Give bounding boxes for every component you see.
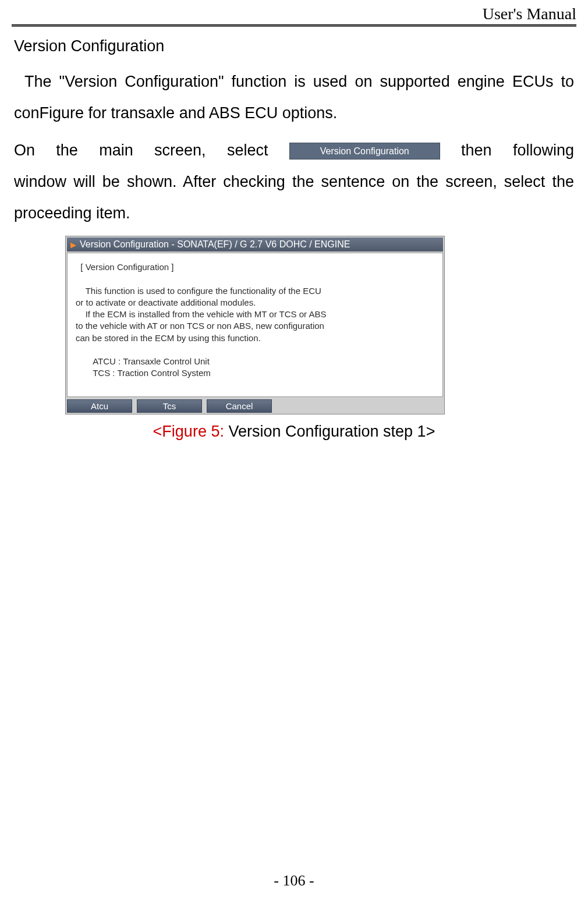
page-number: - 106 - — [0, 872, 588, 890]
section-title: Version Configuration — [14, 37, 574, 55]
tcs-button[interactable]: Tcs — [137, 399, 202, 413]
version-configuration-button[interactable]: Version Configuration — [289, 143, 440, 160]
dialog-button-row: Atcu Tcs Cancel — [67, 399, 443, 413]
header-title: User's Manual — [483, 5, 576, 23]
figure-screenshot: ▶ Version Configuration - SONATA(EF) / G… — [65, 236, 445, 414]
figure-caption-rest: Version Configuration step 1> — [224, 423, 435, 440]
instruction-text-after: then following — [461, 141, 574, 159]
triangle-icon: ▶ — [70, 240, 76, 249]
atcu-button[interactable]: Atcu — [67, 399, 132, 413]
instruction-text-line2: window will be shown. After checking the… — [14, 173, 574, 222]
instruction-paragraph: On the main screen, select Version Confi… — [14, 134, 574, 229]
figure-caption: <Figure 5: Version Configuration step 1> — [14, 423, 574, 441]
header-divider — [12, 24, 576, 27]
dialog-body-text: [ Version Configuration ] This function … — [67, 253, 443, 397]
dialog-window: ▶ Version Configuration - SONATA(EF) / G… — [65, 236, 445, 414]
dialog-titlebar: ▶ Version Configuration - SONATA(EF) / G… — [67, 238, 443, 251]
intro-paragraph: The "Version Configuration" function is … — [14, 66, 574, 129]
page-content: Version Configuration The "Version Confi… — [14, 37, 574, 441]
cancel-button[interactable]: Cancel — [207, 399, 272, 413]
dialog-title: Version Configuration - SONATA(EF) / G 2… — [80, 239, 350, 250]
instruction-text-before: On the main screen, select — [14, 141, 289, 159]
page-header: User's Manual — [483, 5, 576, 23]
instruction-line-1: On the main screen, select Version Confi… — [14, 134, 574, 166]
figure-caption-prefix: <Figure 5: — [153, 423, 224, 440]
